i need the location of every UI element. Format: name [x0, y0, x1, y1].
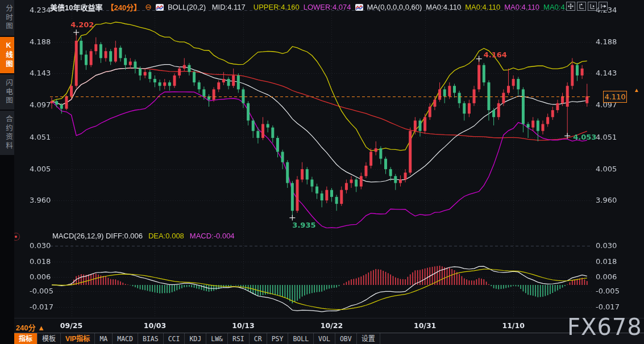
macd-axis-label-left: 0.030 — [30, 241, 49, 250]
price-annotation: 4.164 — [484, 51, 507, 59]
axis-separator — [14, 318, 644, 318]
macd-dea-label: DEA:0.008 — [148, 232, 184, 240]
macd-value-label: MACD:-0.004 — [190, 232, 235, 240]
ma-name-label: MA(0,0,0,0,0,60) — [367, 3, 422, 11]
sidebar-tab-1[interactable]: K线图 — [0, 37, 14, 73]
watermark: FX678 — [567, 314, 642, 340]
y-axis-label-left: 4.143 — [30, 69, 49, 77]
price-annotation: 4.202 — [70, 20, 94, 29]
price-arrow-icon: ▲ — [634, 87, 639, 93]
x-axis-zoom-icon[interactable] — [588, 2, 597, 11]
toolbar-item-BIAS[interactable]: BIAS — [138, 333, 164, 344]
toolbar-item-模板[interactable]: 模板 — [38, 333, 61, 344]
ma-value-2: MA0:4.110 — [504, 3, 539, 11]
toolbar-item-VOL[interactable]: VOL — [314, 333, 335, 344]
current-price-label: 4.110 — [603, 91, 627, 103]
x-axis-date-label: 11/10 — [496, 321, 531, 330]
x-axis-date-label: 09/25 — [54, 321, 89, 330]
y-axis-label-right: 4.005 — [596, 165, 615, 173]
macd-axis-label-right: 0.030 — [596, 241, 615, 250]
y-axis-label-left: 4.234 — [30, 6, 49, 14]
toolbar-item-VIP指标[interactable]: VIP指标 — [61, 333, 95, 344]
toolbar-item-CR[interactable]: CR — [250, 333, 267, 344]
macd-axis-label-right: -0.005 — [596, 287, 615, 295]
ma-value-0: MA0:4.110 — [426, 3, 461, 11]
toolbar-item-CCI[interactable]: CCI — [164, 333, 185, 344]
sidebar-tab-2[interactable]: 闪电图 — [0, 74, 14, 110]
toolbar-item-PSY[interactable]: PSY — [267, 333, 289, 344]
y-axis-label-left: 4.097 — [30, 100, 49, 109]
export-icon[interactable] — [599, 2, 608, 11]
boll-upper-label: UPPER:4.160 — [254, 3, 300, 11]
ma-chart-icon — [355, 4, 363, 11]
y-axis-label-right: 4.188 — [596, 37, 615, 46]
sidebar-tab-0[interactable]: 分时图 — [0, 0, 14, 36]
y-axis-label-right: 4.143 — [596, 69, 615, 77]
chart-tool-buttons — [566, 2, 608, 11]
toolbar-item-OBV[interactable]: OBV — [335, 333, 357, 344]
y-axis-label-left: 4.005 — [30, 165, 49, 173]
sidebar-tab-3[interactable]: 合约资料 — [0, 111, 14, 155]
x-axis-date-label: 10/31 — [408, 321, 443, 330]
x-axis-date-label: 10/22 — [314, 321, 349, 330]
pan-icon[interactable] — [566, 2, 575, 11]
y-axis-label-left: 4.188 — [30, 37, 49, 46]
indicator-toolbar: 指标模板VIP指标MAMACDBIASCCIKDJLW&RSICRPSYBOLL… — [14, 333, 644, 344]
macd-axis-label-left: 0.006 — [30, 272, 49, 281]
toolbar-item-设置[interactable]: 设置 — [357, 333, 380, 344]
macd-axis-label-right: 0.006 — [596, 272, 615, 281]
sidebar: 分时图K线图闪电图合约资料 — [0, 0, 14, 344]
y-axis-label-left: 4.051 — [30, 133, 49, 141]
y-axis-label-right: 3.960 — [596, 196, 615, 204]
toolbar-item-RSI[interactable]: RSI — [228, 333, 250, 344]
toolbar-item-MACD[interactable]: MACD — [113, 333, 138, 344]
ma-value-1: MA0:4.110 — [465, 3, 500, 11]
period-label: 【240分】 — [106, 2, 141, 12]
toolbar-item-KDJ[interactable]: KDJ — [185, 333, 206, 344]
macd-axis-label-right: 0.018 — [596, 257, 615, 266]
macd-axis-label-left: -0.017 — [30, 303, 49, 311]
macd-axis-label-right: -0.017 — [596, 303, 615, 311]
app-root: 分时图K线图闪电图合约资料 美债10年收益率 【240分】 ⊖ BOLL(20,… — [0, 0, 644, 344]
collapse-icon[interactable]: ⊖ — [145, 2, 152, 11]
macd-axis-label-left: -0.005 — [30, 287, 49, 295]
toolbar-item-BOLL[interactable]: BOLL — [288, 333, 314, 344]
y-axis-zoom-icon[interactable] — [577, 2, 586, 11]
price-annotation: 3.935 — [292, 221, 315, 229]
chart-header: 美债10年收益率 【240分】 ⊖ BOLL(20,2) MID:4.117 U… — [50, 1, 579, 12]
boll-lower-label: LOWER:4.074 — [304, 3, 351, 11]
x-axis-date-label: 10/13 — [226, 321, 261, 330]
ma-values: MA0:4.110MA0:4.110MA0:4.110MA0:4.1 — [426, 3, 575, 11]
chart-canvas[interactable] — [0, 0, 644, 344]
toolbar-item-LW&[interactable]: LW& — [206, 333, 228, 344]
macd-name-label: MACD(26,12,9) DIFF:0.006 — [52, 232, 143, 240]
toolbar-item-指标[interactable]: 指标 — [14, 333, 38, 344]
timeframe-tag[interactable]: 240分 ▲ — [16, 322, 45, 333]
y-axis-label-left: 3.960 — [30, 196, 49, 204]
boll-name-label: BOLL(20,2) MID:4.117 — [168, 3, 250, 11]
macd-axis-label-left: 0.018 — [30, 257, 49, 266]
macd-header: MACD(26,12,9) DIFF:0.006 DEA:0.008 MACD:… — [52, 232, 235, 240]
price-annotation: 4.053 — [573, 133, 596, 141]
x-axis-date-label: 10/03 — [137, 321, 172, 330]
boll-chart-icon — [156, 4, 164, 11]
y-axis-label-right: 4.051 — [596, 133, 615, 141]
toolbar-item-MA[interactable]: MA — [95, 333, 113, 344]
instrument-title: 美债10年收益率 — [50, 2, 102, 12]
